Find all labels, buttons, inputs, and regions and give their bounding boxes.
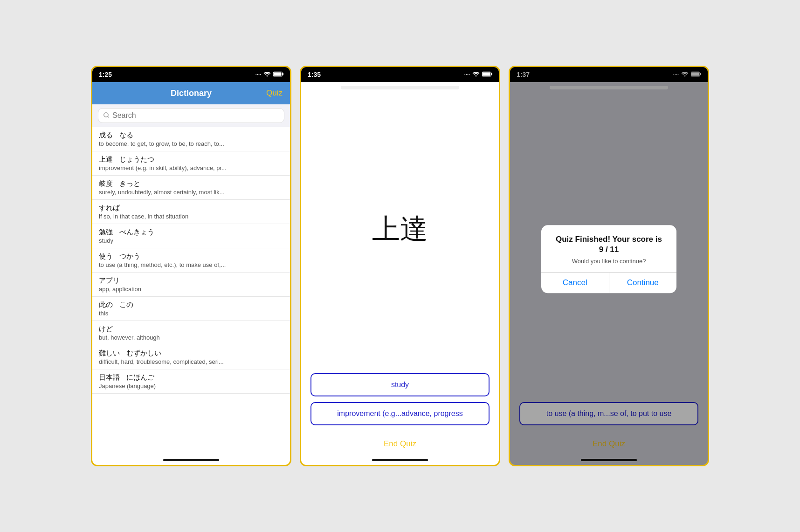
- word-list-item[interactable]: 使うつかうto use (a thing, method, etc.), to …: [92, 248, 290, 273]
- phone-screen-quiz-finished: 1:37 ···· 使う Quiz Finishe: [509, 66, 709, 466]
- alert-content: Quiz Finished! Your score is9 / 11 Would…: [541, 225, 676, 265]
- word-definition: but, however, although: [99, 334, 283, 341]
- alert-continue-button[interactable]: Continue: [609, 273, 677, 293]
- word-list-item[interactable]: 難しいむずかしいdifficult, hard, troublesome, co…: [92, 345, 290, 369]
- status-icons-1: ····: [255, 71, 283, 78]
- word-reading: じょうたつ: [119, 155, 154, 164]
- dictionary-nav-bar: Dictionary Quiz: [92, 82, 290, 104]
- battery-icon-2: [482, 71, 492, 78]
- wifi-icon-2: [472, 71, 480, 78]
- end-quiz-button-2[interactable]: End Quiz: [301, 433, 499, 455]
- word-list-item[interactable]: 成るなるto become, to get, to grow, to be, t…: [92, 127, 290, 151]
- word-reading: つかう: [119, 252, 140, 261]
- word-reading: べんきょう: [119, 228, 154, 237]
- home-bar-2: [372, 459, 428, 461]
- svg-rect-7: [483, 72, 490, 75]
- word-reading: この: [119, 300, 133, 309]
- word-definition: difficult, hard, troublesome, complicate…: [99, 358, 283, 365]
- word-list: 成るなるto become, to get, to grow, to be, t…: [92, 127, 290, 455]
- alert-dialog: Quiz Finished! Your score is9 / 11 Would…: [541, 225, 676, 293]
- word-reading: にほんご: [126, 373, 154, 382]
- time-1: 1:25: [99, 71, 112, 78]
- word-definition: surely, undoubtedly, almost certainly, m…: [99, 189, 283, 196]
- alert-cancel-button[interactable]: Cancel: [541, 273, 609, 293]
- word-definition: if so, in that case, in that situation: [99, 213, 283, 220]
- status-icons-2: ····: [464, 71, 492, 78]
- battery-icon: [273, 71, 283, 78]
- word-definition: improvement (e.g. in skill, ability), ad…: [99, 164, 283, 171]
- word-definition: app, application: [99, 286, 283, 293]
- word-kanji: アプリ: [99, 276, 120, 285]
- alert-title: Quiz Finished! Your score is9 / 11: [549, 234, 669, 255]
- word-kanji: 勉強: [99, 228, 113, 237]
- word-definition: study: [99, 237, 283, 244]
- svg-rect-1: [283, 73, 283, 75]
- svg-line-4: [108, 116, 109, 117]
- word-kanji: すれば: [99, 204, 120, 212]
- nav-title: Dictionary: [171, 89, 212, 98]
- svg-rect-2: [274, 72, 282, 75]
- word-list-item[interactable]: 岐度きっとsurely, undoubtedly, almost certain…: [92, 176, 290, 200]
- search-input[interactable]: [112, 111, 279, 120]
- quiz-word-2: 上達: [301, 93, 499, 366]
- alert-buttons: Cancel Continue: [541, 273, 676, 293]
- alert-subtitle: Would you like to continue?: [549, 258, 669, 265]
- word-list-item[interactable]: けどbut, however, although: [92, 321, 290, 345]
- quiz-answers-2: studyimprovement (e.g...advance, progres…: [301, 366, 499, 433]
- word-kanji: 成る: [99, 131, 113, 140]
- word-reading: きっと: [119, 179, 140, 188]
- word-list-item[interactable]: 上達じょうたつimprovement (e.g. in skill, abili…: [92, 151, 290, 176]
- home-bar-1: [163, 459, 219, 461]
- svg-point-3: [104, 112, 108, 116]
- wifi-icon: [263, 71, 271, 78]
- search-bar-container: [92, 104, 290, 127]
- word-kanji: 難しい: [99, 349, 120, 358]
- word-definition: this: [99, 310, 283, 317]
- phone-screen-dictionary: 1:25 ···· Dictionary Quiz: [91, 66, 291, 466]
- word-kanji: 此の: [99, 300, 113, 309]
- word-reading: なる: [119, 131, 133, 140]
- word-list-item[interactable]: 此のこのthis: [92, 297, 290, 321]
- quiz-answer-button[interactable]: study: [310, 373, 490, 396]
- home-indicator-1: [92, 455, 290, 465]
- phone-screen-quiz: 1:35 ···· 上達 studyimprovement (e.: [300, 66, 500, 466]
- word-list-item[interactable]: すればif so, in that case, in that situatio…: [92, 200, 290, 224]
- word-kanji: 日本語: [99, 373, 120, 382]
- search-icon: [103, 112, 110, 120]
- nav-quiz-button[interactable]: Quiz: [266, 89, 283, 98]
- signal-icon: ····: [255, 72, 261, 77]
- scroll-indicator-2: [341, 86, 459, 89]
- word-definition: Japanese (language): [99, 382, 283, 389]
- word-kanji: 上達: [99, 155, 113, 164]
- word-list-item[interactable]: アプリapp, application: [92, 273, 290, 297]
- quiz-answer-button[interactable]: improvement (e.g...advance, progress: [310, 402, 490, 425]
- home-indicator-2: [301, 455, 499, 465]
- word-definition: to use (a thing, method, etc.), to make …: [99, 261, 283, 268]
- word-definition: to become, to get, to grow, to be, to re…: [99, 140, 283, 147]
- word-list-item[interactable]: 日本語にほんごJapanese (language): [92, 369, 290, 394]
- signal-icon-2: ····: [464, 72, 470, 77]
- word-kanji: 岐度: [99, 179, 113, 188]
- status-bar-2: 1:35 ····: [301, 67, 499, 82]
- word-kanji: 使う: [99, 252, 113, 261]
- search-bar[interactable]: [98, 108, 284, 123]
- status-bar-1: 1:25 ····: [92, 67, 290, 82]
- time-2: 1:35: [308, 71, 321, 78]
- word-list-item[interactable]: 勉強べんきょうstudy: [92, 224, 290, 248]
- word-kanji: けど: [99, 325, 113, 334]
- svg-rect-6: [491, 73, 492, 75]
- word-reading: むずかしい: [126, 349, 161, 358]
